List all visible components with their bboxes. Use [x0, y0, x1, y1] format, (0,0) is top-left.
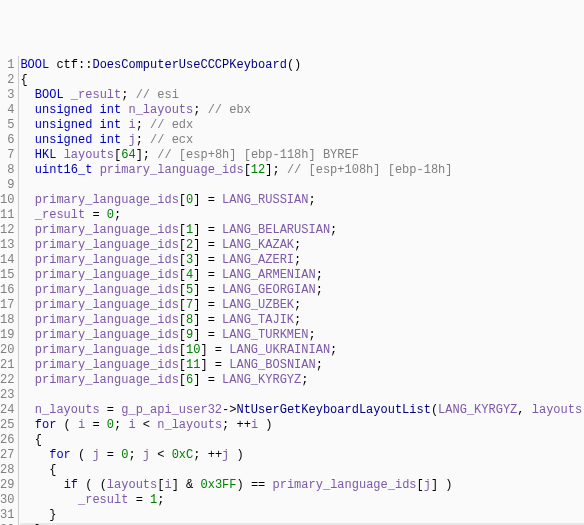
token-punct: [: [179, 283, 186, 297]
token-keyword: if: [64, 478, 78, 492]
line-number: 5: [0, 118, 14, 133]
code-line[interactable]: [20, 388, 584, 403]
token-punct: ;: [121, 88, 135, 102]
token-punct: ] =: [200, 343, 229, 357]
code-line[interactable]: primary_language_ids[10] = LANG_UKRAINIA…: [20, 343, 584, 358]
token-punct: ] ): [431, 478, 453, 492]
token-punct: ];: [265, 163, 287, 177]
token-black: [20, 493, 78, 507]
code-line[interactable]: for ( j = 0; j < 0xC; ++j ): [20, 448, 584, 463]
code-line[interactable]: primary_language_ids[11] = LANG_BOSNIAN;: [20, 358, 584, 373]
token-black: [20, 223, 34, 237]
token-punct: =: [85, 418, 107, 432]
token-black: [56, 148, 63, 162]
code-line[interactable]: primary_language_ids[4] = LANG_ARMENIAN;: [20, 268, 584, 283]
token-punct: ;: [114, 208, 121, 222]
token-variable: n_layouts: [128, 103, 193, 117]
token-number: 0x3FF: [200, 478, 236, 492]
token-black: [20, 193, 34, 207]
code-editor: 1234567891011121314151617181920212223242…: [0, 56, 584, 525]
token-variable: layouts: [64, 148, 114, 162]
code-line[interactable]: unsigned int j; // ecx: [20, 133, 584, 148]
code-line[interactable]: HKL layouts[64]; // [esp+8h] [ebp-118h] …: [20, 148, 584, 163]
code-line[interactable]: BOOL _result; // esi: [20, 88, 584, 103]
token-number: 0: [107, 208, 114, 222]
code-line[interactable]: primary_language_ids[6] = LANG_KYRGYZ;: [20, 373, 584, 388]
token-black: [20, 418, 34, 432]
token-black: [64, 88, 71, 102]
line-number: 16: [0, 283, 14, 298]
code-line[interactable]: primary_language_ids[8] = LANG_TAJIK;: [20, 313, 584, 328]
token-black: [20, 358, 34, 372]
token-macro: LANG_RUSSIAN: [222, 193, 308, 207]
token-black: [20, 208, 34, 222]
token-punct: ;: [316, 358, 323, 372]
code-line[interactable]: primary_language_ids[0] = LANG_RUSSIAN;: [20, 193, 584, 208]
line-number: 27: [0, 448, 14, 463]
token-black: [92, 163, 99, 177]
token-macro: LANG_ARMENIAN: [222, 268, 316, 282]
token-macro: LANG_GEORGIAN: [222, 283, 316, 297]
token-punct: ;: [193, 103, 207, 117]
token-black: [20, 238, 34, 252]
code-line[interactable]: for ( i = 0; i < n_layouts; ++i ): [20, 418, 584, 433]
token-punct: [: [179, 343, 186, 357]
code-line[interactable]: primary_language_ids[1] = LANG_BELARUSIA…: [20, 223, 584, 238]
line-number-gutter: 1234567891011121314151617181920212223242…: [0, 56, 18, 525]
code-line[interactable]: primary_language_ids[5] = LANG_GEORGIAN;: [20, 283, 584, 298]
token-punct: ;: [128, 448, 142, 462]
code-line[interactable]: {: [20, 463, 584, 478]
code-line[interactable]: primary_language_ids[7] = LANG_UZBEK;: [20, 298, 584, 313]
code-line[interactable]: _result = 1;: [20, 493, 584, 508]
code-line[interactable]: }: [20, 508, 584, 523]
token-keyword: for: [49, 448, 71, 462]
token-black: [20, 508, 49, 522]
token-variable: primary_language_ids: [35, 373, 179, 387]
token-punct: [: [244, 163, 251, 177]
code-line[interactable]: primary_language_ids[9] = LANG_TURKMEN;: [20, 328, 584, 343]
line-number: 20: [0, 343, 14, 358]
code-line[interactable]: _result = 0;: [20, 208, 584, 223]
token-keyword: unsigned int: [35, 103, 121, 117]
code-line[interactable]: uint16_t primary_language_ids[12]; // [e…: [20, 163, 584, 178]
token-type: BOOL: [20, 58, 49, 72]
token-punct: [: [179, 193, 186, 207]
token-number: 0: [107, 418, 114, 432]
token-punct: ;: [114, 418, 128, 432]
line-number: 10: [0, 193, 14, 208]
token-variable: j: [143, 448, 150, 462]
line-number: 12: [0, 223, 14, 238]
code-line[interactable]: unsigned int n_layouts; // ebx: [20, 103, 584, 118]
token-punct: ] =: [193, 283, 222, 297]
line-number: 8: [0, 163, 14, 178]
token-number: 11: [186, 358, 200, 372]
code-area[interactable]: BOOL ctf::DoesComputerUseCCCPKeyboard(){…: [18, 56, 584, 525]
token-number: 12: [251, 163, 265, 177]
line-number: 23: [0, 388, 14, 403]
token-punct: ;: [294, 298, 301, 312]
line-number: 26: [0, 433, 14, 448]
code-line[interactable]: primary_language_ids[2] = LANG_KAZAK;: [20, 238, 584, 253]
code-line[interactable]: [20, 178, 584, 193]
code-line[interactable]: {: [20, 73, 584, 88]
token-variable: g_p_api_user32: [121, 403, 222, 417]
token-variable: j: [92, 448, 99, 462]
code-line[interactable]: unsigned int i; // edx: [20, 118, 584, 133]
token-macro: LANG_UZBEK: [222, 298, 294, 312]
token-punct: ;: [316, 268, 323, 282]
code-line[interactable]: n_layouts = g_p_api_user32->NtUserGetKey…: [20, 403, 584, 418]
token-type: uint16_t: [35, 163, 93, 177]
code-line[interactable]: if ( (layouts[i] & 0x3FF) == primary_lan…: [20, 478, 584, 493]
token-punct: {: [20, 73, 27, 87]
token-variable: i: [164, 478, 171, 492]
token-comment: // esi: [136, 88, 179, 102]
token-black: [20, 163, 34, 177]
code-line[interactable]: {: [20, 433, 584, 448]
token-variable: primary_language_ids: [35, 253, 179, 267]
code-line[interactable]: primary_language_ids[3] = LANG_AZERI;: [20, 253, 584, 268]
token-punct: ;: [316, 283, 323, 297]
token-black: [20, 328, 34, 342]
token-black: [20, 148, 34, 162]
token-punct: ;: [308, 328, 315, 342]
code-line[interactable]: BOOL ctf::DoesComputerUseCCCPKeyboard(): [20, 58, 584, 73]
